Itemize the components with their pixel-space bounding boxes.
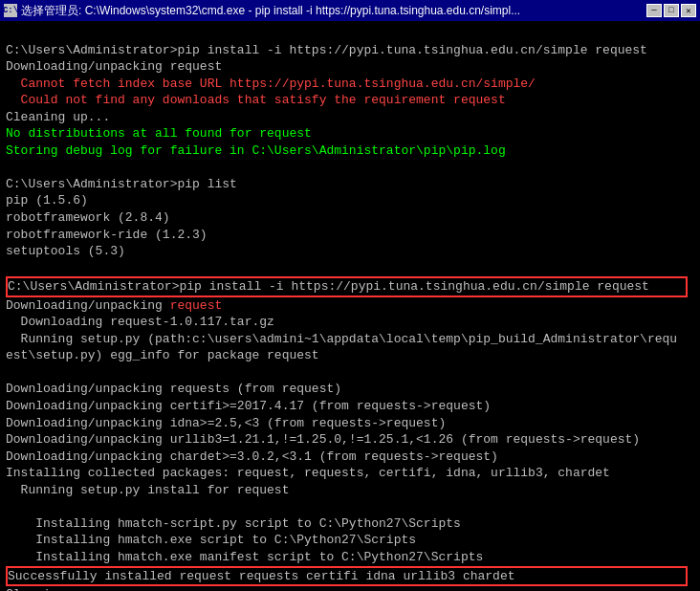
terminal-line: setuptools (5.3) — [6, 243, 694, 260]
terminal-line: pip (1.5.6) — [6, 192, 694, 209]
terminal-line — [6, 498, 694, 515]
terminal-line — [6, 260, 694, 277]
titlebar-left: C:\ 选择管理员: C:\Windows\system32\cmd.exe -… — [4, 3, 520, 19]
terminal-line: Cleaning up... — [6, 109, 694, 126]
terminal-line: Storing debug log for failure in C:\User… — [6, 142, 694, 160]
terminal-line — [6, 159, 694, 176]
terminal-line: C:\Users\Administrator>pip list — [6, 176, 694, 193]
terminal-line: Downloading request-1.0.117.tar.gz — [6, 314, 694, 331]
terminal-line: robotframework (2.8.4) — [6, 209, 694, 227]
terminal-line — [6, 25, 694, 42]
titlebar-title: 选择管理员: C:\Windows\system32\cmd.exe - pip… — [21, 3, 520, 19]
terminal-line: C:\Users\Administrator>pip install -i ht… — [8, 278, 686, 296]
terminal-line: Installing collected packages: request, … — [6, 465, 694, 482]
terminal-line: Installing hmatch.exe manifest script to… — [6, 549, 694, 566]
terminal-line: robotframework-ride (1.2.3) — [6, 227, 694, 244]
terminal-line: Installing hmatch-script.py script to C:… — [6, 515, 694, 533]
terminal-line: Could not find any downloads that satisf… — [6, 92, 694, 109]
titlebar-icon: C:\ — [4, 4, 17, 17]
terminal: C:\Users\Administrator>pip install -i ht… — [0, 21, 700, 591]
terminal-line: Downloading/unpacking chardet>=3.0.2,<3.… — [6, 449, 694, 466]
terminal-line: C:\Users\Administrator>pip install -i ht… — [6, 42, 694, 59]
close-button[interactable]: ✕ — [681, 4, 696, 17]
minimize-button[interactable]: ─ — [646, 4, 662, 17]
terminal-line — [6, 364, 694, 382]
inline-red-text: request — [170, 298, 223, 313]
terminal-line: Cannot fetch index base URL https://pypi… — [6, 76, 694, 93]
terminal-line: Running setup.py install for request — [6, 482, 694, 499]
success-box: Successfully installed request requests … — [6, 566, 688, 587]
success-line: Successfully installed request requests … — [8, 568, 686, 585]
terminal-line: Installing hmatch.exe script to C:\Pytho… — [6, 532, 694, 549]
terminal-line: Downloading/unpacking requests (from req… — [6, 381, 694, 398]
terminal-line: No distributions at all found for reques… — [6, 125, 694, 142]
maximize-button[interactable]: □ — [664, 4, 679, 17]
terminal-line: est\setup.py) egg_info for package reque… — [6, 347, 694, 364]
terminal-line: Downloading/unpacking urllib3=1.21.1,!=1… — [6, 431, 694, 449]
terminal-line: Cleaning up... — [6, 586, 694, 591]
command-box-1: C:\Users\Administrator>pip install -i ht… — [6, 276, 688, 297]
titlebar-controls[interactable]: ─ □ ✕ — [646, 4, 696, 17]
terminal-line: Downloading/unpacking idna>=2.5,<3 (from… — [6, 415, 694, 432]
titlebar: C:\ 选择管理员: C:\Windows\system32\cmd.exe -… — [0, 0, 700, 21]
terminal-line: Downloading/unpacking request — [6, 297, 694, 315]
terminal-line: Downloading/unpacking request — [6, 58, 694, 76]
terminal-line: Downloading/unpacking certifi>=2017.4.17… — [6, 398, 694, 415]
terminal-line: Running setup.py (path:c:\users\admini~1… — [6, 331, 694, 348]
